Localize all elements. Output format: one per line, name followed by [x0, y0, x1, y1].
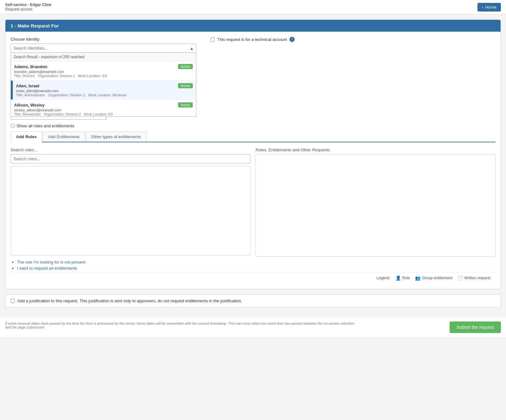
legend-written-request: 📄 Written request	[458, 275, 490, 281]
section-make-request: 1 - Make Request For Choose Identity ▲ S…	[5, 20, 501, 289]
identity-item-adams[interactable]: Adams, Brandon Active brandon_adams@exam…	[11, 61, 196, 81]
show-all-label: Show all roles and entitlements	[17, 123, 74, 128]
chevron-left-icon: ‹	[482, 5, 483, 10]
tab-add-roles-label: Add Roles	[16, 134, 37, 139]
search-roles-input[interactable]	[11, 154, 250, 163]
two-col-layout: Search roles... Roles, Entitlements and …	[11, 147, 495, 257]
show-all-radio[interactable]	[11, 124, 15, 128]
breadcrumb-prefix: Self-service -	[5, 3, 30, 7]
home-button-label: Home	[485, 5, 496, 10]
choose-identity-label: Choose Identity	[11, 37, 196, 42]
identity-item-allison[interactable]: Allison, Wesley Active wesley_allison@ex…	[11, 100, 196, 117]
tab-other-types-label: Other types of entitlements	[91, 134, 141, 139]
breadcrumb-sub: Request access	[5, 7, 52, 12]
dropdown-notice: Search Result - maximum of 250 reached	[11, 53, 196, 61]
search-roles-label: Search roles...	[11, 147, 250, 152]
legend-label: Legend:	[376, 276, 390, 280]
justification-row: Add a justification to this request. Thi…	[11, 298, 495, 303]
written-request-icon: 📄	[458, 275, 463, 281]
identity-name-adams: Adams, Brandon	[14, 64, 47, 69]
justification-section: Add a justification to this request. Thi…	[5, 294, 501, 307]
identity-search-wrapper: ▲ Search Result - maximum of 250 reached…	[11, 44, 196, 53]
tab-add-entitlements-label: Add Entitlements	[48, 134, 79, 139]
tab-add-roles[interactable]: Add Roles	[11, 131, 42, 142]
identity-dropdown-list: Search Result - maximum of 250 reached A…	[11, 53, 196, 117]
top-row: Choose Identity ▲ Search Result - maximu…	[11, 37, 495, 120]
identity-email-allison: wesley_allison@example.com	[14, 108, 193, 112]
justification-label: Add a justification to this request. Thi…	[17, 298, 242, 303]
technical-account-label: This request is for a technical account	[217, 37, 287, 42]
section-header: 1 - Make Request For	[5, 20, 501, 32]
col-right: Roles, Entitlements and Other Requests	[256, 147, 495, 257]
main-content: 1 - Make Request For Choose Identity ▲ S…	[0, 14, 506, 318]
legend-written-label: Written request	[464, 276, 490, 280]
identity-meta-allison: Title: Researcher Organization: Division…	[14, 112, 193, 116]
footer: If some removal dates have passed by the…	[0, 318, 506, 337]
submit-button[interactable]: Submit the request	[450, 321, 501, 333]
role-icon: 👤	[396, 275, 401, 281]
rights-label: Roles, Entitlements and Other Requests	[256, 147, 495, 152]
home-button[interactable]: ‹ Home	[477, 3, 501, 12]
legend-group-label: Group entitlement	[422, 276, 452, 280]
breadcrumb: Self-service - Edgar Cline Request acces…	[5, 3, 52, 12]
rights-box	[256, 154, 495, 257]
show-all-row: Show all roles and entitlements	[11, 123, 495, 128]
identity-search-area: Choose Identity ▲ Search Result - maximu…	[11, 37, 196, 120]
tabs-row: Add Roles Add Entitlements Other types o…	[11, 131, 495, 142]
username: Edgar Cline	[30, 3, 52, 7]
links-section: The role I'm looking for is not present …	[11, 260, 495, 271]
justification-checkbox[interactable]	[11, 299, 15, 303]
section-title: 1 - Make Request For	[11, 23, 59, 28]
selected-indicator	[11, 81, 13, 99]
identity-search-input[interactable]	[11, 44, 196, 53]
section-body: Choose Identity ▲ Search Result - maximu…	[5, 32, 501, 289]
status-badge-allen: Active	[178, 83, 193, 88]
link-role-not-present[interactable]: The role I'm looking for is not present	[17, 260, 85, 265]
technical-account-checkbox[interactable]	[210, 37, 215, 42]
identity-item-allen[interactable]: Allen, Israel Active israel_allen@exampl…	[11, 81, 196, 100]
status-badge-allison: Active	[178, 102, 193, 107]
legend-role: 👤 Role	[396, 275, 410, 281]
group-entitlement-icon: 👥	[415, 275, 420, 281]
legend-row: Legend: 👤 Role 👥 Group entitlement 📄 Wri…	[11, 272, 495, 284]
identity-email-allen: israel_allen@example.com	[16, 89, 193, 93]
legend-group-entitlement: 👥 Group entitlement	[415, 275, 452, 281]
identity-meta-adams: Title: Director Organization: Division 1…	[14, 74, 193, 78]
technical-account-row: This request is for a technical account …	[210, 37, 295, 42]
identity-meta-allen: Title: Administrator Organization: Divis…	[16, 93, 193, 97]
identity-email-adams: brandon_adams@example.com	[14, 70, 193, 74]
top-bar-right: ‹ Home	[477, 3, 501, 12]
help-icon[interactable]: ?	[290, 37, 295, 42]
tab-other-types[interactable]: Other types of entitlements	[86, 131, 146, 142]
footer-note: If some removal dates have passed by the…	[5, 321, 357, 329]
legend-role-label: Role	[402, 276, 410, 280]
link-request-entitlement[interactable]: I want to request an entitlements	[17, 266, 77, 271]
identity-name-allen: Allen, Israel	[16, 83, 39, 88]
status-badge-adams: Active	[178, 64, 193, 69]
col-left: Search roles...	[11, 147, 250, 257]
top-bar: Self-service - Edgar Cline Request acces…	[0, 0, 506, 14]
tab-add-entitlements[interactable]: Add Entitlements	[43, 131, 85, 142]
roles-list-box	[11, 166, 250, 256]
identity-name-allison: Allison, Wesley	[14, 103, 45, 107]
